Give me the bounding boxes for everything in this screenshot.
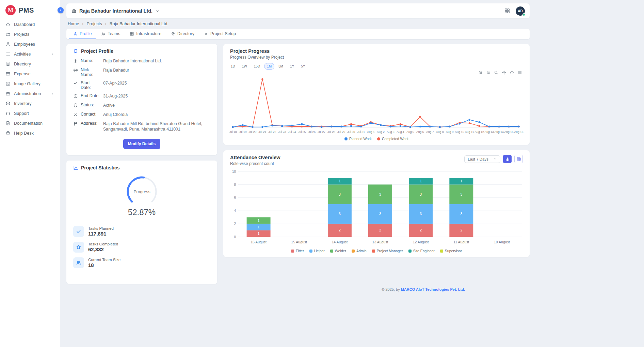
stat-text: Tasks Completed62,332	[88, 242, 118, 252]
field-label: End Date:	[81, 93, 100, 98]
legend-completed-work[interactable]: Completed Work	[377, 137, 408, 141]
project-progress-header: Project Progress Progress Overview by Pr…	[223, 44, 530, 60]
line-chart-area[interactable]: Jul 18Jul 19Jul 20Jul 21Jul 22Jul 23Jul …	[223, 70, 530, 136]
sidebar-item-dashboard[interactable]: Dashboard	[0, 19, 60, 29]
profile-field-status: Status:Active	[66, 101, 217, 110]
legend-fitter[interactable]: Fitter	[291, 249, 304, 253]
stat-label: Current Team Size	[88, 258, 120, 262]
tabs-bar: ProfileTeamsInfrastructureDirectoryProje…	[66, 29, 530, 39]
sidebar-item-label: Inventory	[14, 101, 31, 106]
svg-text:1: 1	[258, 225, 260, 229]
legend-project-manager[interactable]: Project Manager	[372, 249, 403, 253]
legend-welder[interactable]: Welder	[330, 249, 346, 253]
range-15d[interactable]: 15D	[251, 63, 263, 70]
chevron-down-icon	[493, 157, 497, 161]
legend-label: Helper	[314, 249, 325, 253]
attendance-subtitle: Role-wise present count	[230, 161, 280, 166]
app-name: PMS	[19, 6, 34, 14]
tab-project-setup[interactable]: Project Setup	[200, 29, 240, 39]
svg-text:3: 3	[420, 212, 422, 216]
breadcrumb-item-projects[interactable]: Projects	[87, 21, 102, 26]
avatar-initials: AD	[518, 9, 522, 13]
svg-text:8: 8	[234, 183, 236, 186]
tab-profile[interactable]: Profile	[69, 29, 96, 39]
profile-field-nick-name: Nick Name:Raja Bahadur	[66, 66, 217, 79]
sidebar-item-support[interactable]: Support	[0, 108, 60, 118]
sidebar-item-image-gallery[interactable]: Image Gallery	[0, 79, 60, 89]
logo[interactable]: M PMS	[0, 0, 60, 19]
sidebar-item-employees[interactable]: Employees	[0, 39, 60, 49]
svg-text:14 August: 14 August	[332, 240, 348, 244]
svg-text:11 August: 11 August	[453, 240, 469, 244]
sidebar-item-inventory[interactable]: Inventory	[0, 99, 60, 108]
range-1w[interactable]: 1W	[239, 63, 250, 70]
bar-chart[interactable]: 024681011116 August15 August233114 Augus…	[223, 167, 530, 248]
panning-icon[interactable]	[502, 70, 506, 75]
sidebar-item-activities[interactable]: Activities	[0, 49, 60, 59]
range-5y[interactable]: 5Y	[298, 63, 308, 70]
range-1m[interactable]: 1M	[264, 63, 274, 70]
sidebar-item-administration[interactable]: Administration	[0, 89, 60, 99]
modify-details-button[interactable]: Modify Details	[123, 139, 160, 149]
svg-text:12 August: 12 August	[413, 240, 429, 244]
sidebar-item-label: Support	[14, 111, 29, 116]
menu-icon[interactable]	[517, 70, 522, 75]
field-value: 31-Aug-2025	[103, 93, 128, 99]
legend-planned-work[interactable]: Planned Work	[344, 137, 372, 141]
tab-label: Infrastructure	[136, 31, 161, 36]
sidebar-item-help-desk[interactable]: Help Desk	[0, 128, 60, 138]
range-3m[interactable]: 3M	[276, 63, 286, 70]
sidebar-item-expense[interactable]: Expense	[0, 69, 60, 79]
attendance-titles: Attendance Overview Role-wise present co…	[230, 155, 280, 166]
legend-admin[interactable]: Admin	[352, 249, 367, 253]
legend-site-engineer[interactable]: Site Engineer	[408, 249, 435, 253]
legend-marker	[440, 250, 443, 253]
svg-text:2: 2	[460, 228, 462, 232]
project-statistics-card: Project Statistics Progress 52.87% Tasks…	[66, 161, 217, 284]
stat-text: Current Team Size18	[88, 258, 120, 268]
range-1d[interactable]: 1D	[228, 63, 238, 70]
legend-supervisor[interactable]: Supervisor	[440, 249, 462, 253]
breadcrumb-item-raja-bahadur-international-ltd: Raja Bahadur International Ltd.	[110, 21, 168, 26]
chart-view-button[interactable]	[503, 155, 512, 163]
main-content: Raja Bahadur International Ltd. AD Home›…	[60, 0, 644, 347]
footer-text: © 2025, by	[382, 287, 401, 291]
breadcrumb-item-home[interactable]: Home	[68, 21, 79, 26]
svg-text:10 August: 10 August	[494, 240, 510, 244]
stat-tasks-planned: Tasks Planned117,891	[73, 226, 210, 237]
sidebar: M PMS DashboardProjectsEmployeesActiviti…	[0, 0, 60, 347]
avatar[interactable]: AD	[516, 6, 525, 16]
top-header: Raja Bahadur International Ltd. AD	[66, 3, 530, 18]
footer-link[interactable]: MARCO AIoT Technologies Pvt. Ltd.	[401, 287, 465, 291]
profile-field-end-date: End Date:31-Aug-2025	[66, 92, 217, 101]
svg-text:1: 1	[339, 179, 341, 183]
tab-teams[interactable]: Teams	[97, 29, 124, 39]
sidebar-item-documentation[interactable]: Documentation	[0, 118, 60, 128]
tab-label: Project Setup	[210, 31, 236, 36]
breadcrumb-separator: ›	[82, 21, 83, 26]
selection-zoom-icon[interactable]	[494, 70, 499, 75]
zoom-in-icon[interactable]	[478, 70, 483, 75]
line-chart[interactable]: Jul 18Jul 19Jul 20Jul 21Jul 22Jul 23Jul …	[227, 70, 526, 136]
sidebar-item-directory[interactable]: Directory	[0, 59, 60, 69]
gear-icon	[204, 32, 208, 36]
apps-grid-icon[interactable]	[504, 8, 510, 14]
project-profile-header: Project Profile	[66, 44, 217, 57]
home-icon[interactable]	[510, 70, 514, 75]
range-1y[interactable]: 1Y	[287, 63, 297, 70]
sidebar-item-label: Help Desk	[14, 131, 34, 136]
tab-directory[interactable]: Directory	[167, 29, 198, 39]
legend-helper[interactable]: Helper	[309, 249, 325, 253]
sidebar-item-projects[interactable]: Projects	[0, 29, 60, 39]
company-selector[interactable]: Raja Bahadur International Ltd.	[71, 8, 160, 14]
legend-marker	[309, 250, 312, 253]
stat-label: Tasks Planned	[88, 226, 114, 230]
zoom-out-icon[interactable]	[486, 70, 491, 75]
attendance-range-value: Last 7 Days	[468, 157, 488, 161]
app-root: M PMS DashboardProjectsEmployeesActiviti…	[0, 0, 644, 347]
sidebar-collapse-button[interactable]	[58, 7, 64, 13]
left-column: Project Profile Name:Raja Bahadur Intern…	[66, 44, 217, 284]
tab-infrastructure[interactable]: Infrastructure	[126, 29, 165, 39]
attendance-range-select[interactable]: Last 7 Days	[464, 155, 500, 163]
table-view-button[interactable]	[514, 155, 523, 163]
